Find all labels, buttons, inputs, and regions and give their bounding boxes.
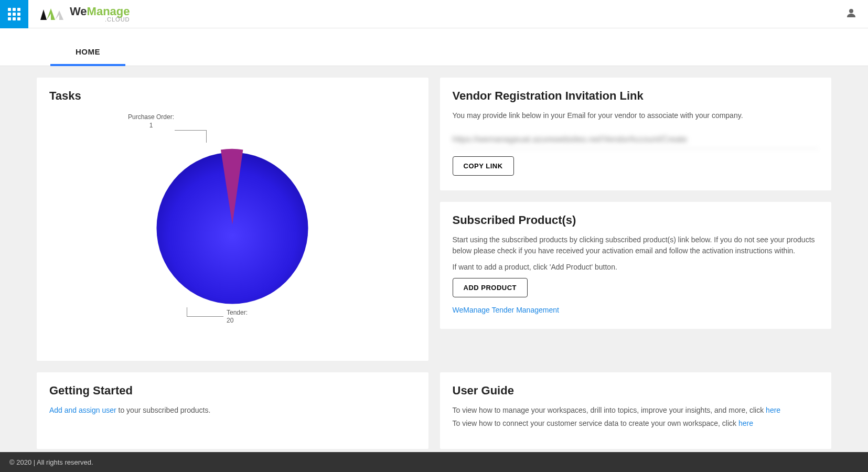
- getting-started-text: Add and assign user to your subscribed p…: [49, 405, 416, 416]
- subscribed-title: Subscribed Product(s): [453, 213, 819, 227]
- tasks-title: Tasks: [49, 89, 416, 103]
- user-guide-link1[interactable]: here: [766, 406, 780, 414]
- copy-link-button[interactable]: COPY LINK: [453, 156, 514, 176]
- pie-svg: [143, 139, 322, 317]
- brand-logo-icon: [36, 5, 68, 23]
- brand-text-we: We: [70, 5, 87, 18]
- footer: © 2020 | All rights reserved.: [0, 452, 868, 470]
- user-guide-title: User Guide: [453, 384, 819, 398]
- user-guide-line2-text: To view how to connect your customer ser…: [453, 419, 738, 427]
- subscribed-desc2: If want to add a product, click 'Add Pro…: [453, 262, 819, 273]
- subscribed-products-card: Subscribed Product(s) Start using the su…: [440, 202, 832, 329]
- vendor-title: Vendor Registration Invitation Link: [453, 89, 819, 103]
- user-profile-button[interactable]: [845, 7, 858, 22]
- subscribed-desc1: Start using the subscribed products by c…: [453, 234, 819, 256]
- brand-logo-text: WeManage .CLOUD: [70, 6, 130, 23]
- apps-launcher-button[interactable]: [0, 0, 28, 28]
- pie-label-tender: Tender: 20: [227, 309, 248, 325]
- brand-text-manage: Manage: [87, 5, 130, 18]
- getting-started-title: Getting Started: [49, 384, 416, 398]
- pie-callout-line: [187, 307, 187, 317]
- main-content: Tasks Purchase Order: 1: [0, 66, 868, 470]
- tasks-card: Tasks Purchase Order: 1: [37, 78, 428, 361]
- vendor-desc: You may provide link below in your Email…: [453, 110, 819, 121]
- vendor-registration-card: Vendor Registration Invitation Link You …: [440, 78, 832, 190]
- tab-bar: HOME: [0, 28, 868, 66]
- add-assign-user-link[interactable]: Add and assign user: [49, 406, 116, 414]
- add-product-button[interactable]: ADD PRODUCT: [453, 278, 528, 297]
- pie-label-purchase-order: Purchase Order: 1: [128, 113, 174, 130]
- svg-point-0: [849, 9, 853, 13]
- user-guide-line1-text: To view how to manage your workspaces, d…: [453, 406, 766, 414]
- tab-home[interactable]: HOME: [50, 47, 125, 66]
- subscribed-product-link[interactable]: WeManage Tender Management: [453, 306, 819, 314]
- user-guide-line2: To view how to connect your customer ser…: [453, 418, 819, 429]
- tasks-pie-chart: Purchase Order: 1: [49, 110, 416, 346]
- top-header: WeManage .CLOUD: [0, 0, 868, 28]
- pie-callout-line: [175, 130, 206, 131]
- user-guide-card: User Guide To view how to manage your wo…: [440, 372, 832, 449]
- pie-callout-line: [206, 130, 207, 143]
- footer-text: © 2020 | All rights reserved.: [9, 458, 93, 466]
- user-guide-link2[interactable]: here: [738, 419, 753, 427]
- getting-started-card: Getting Started Add and assign user to y…: [37, 372, 428, 449]
- brand-logo[interactable]: WeManage .CLOUD: [36, 5, 130, 23]
- user-guide-line1: To view how to manage your workspaces, d…: [453, 405, 819, 416]
- apps-grid-icon: [8, 8, 20, 20]
- pie-callout-line: [187, 316, 223, 317]
- getting-started-rest: to your subscribed products.: [116, 406, 211, 414]
- user-icon: [845, 7, 858, 19]
- vendor-link-field[interactable]: https://wemanageuat.azurewebsites.net/Ve…: [453, 131, 819, 149]
